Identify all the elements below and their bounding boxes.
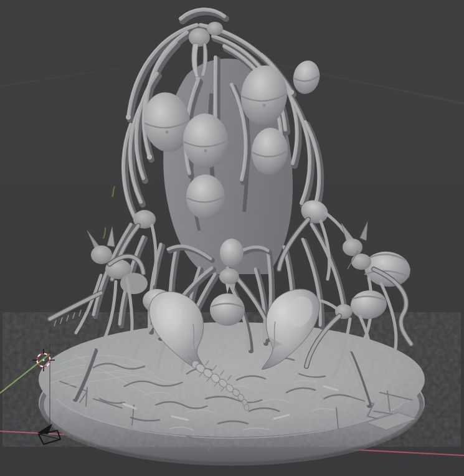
antenna <box>360 222 367 240</box>
right-ant <box>341 222 413 352</box>
3d-viewport-canvas[interactable] <box>0 0 464 476</box>
viewport-page: { "viewport": { "type": "3d-viewport-can… <box>0 0 464 476</box>
spider-swarm-model[interactable] <box>39 9 425 464</box>
antenna <box>87 231 100 248</box>
egg-sac <box>186 174 225 219</box>
antenna <box>107 227 115 247</box>
egg-sac <box>290 58 323 97</box>
left-ant <box>50 227 148 343</box>
